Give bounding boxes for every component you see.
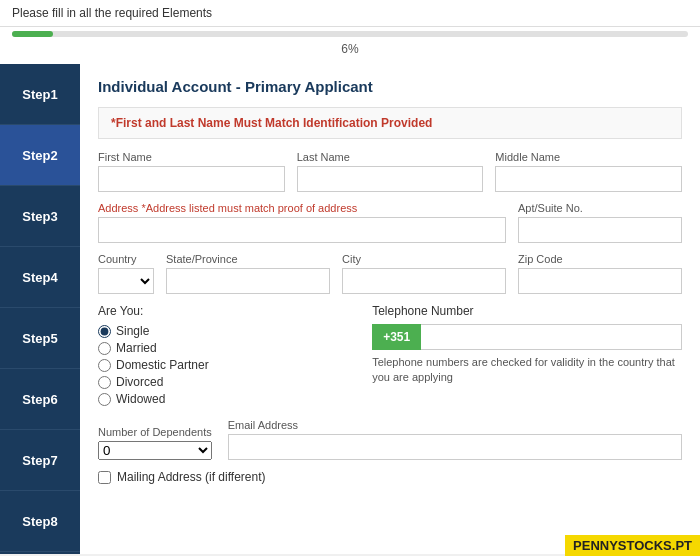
status-telephone-section: Are You: Single Married Domestic Partner…: [98, 304, 682, 409]
dependents-email-row: Number of Dependents 0 1 2 3 Email Addre…: [98, 419, 682, 460]
notice-box: *First and Last Name Must Match Identifi…: [98, 107, 682, 139]
first-name-input[interactable]: [98, 166, 285, 192]
apt-suite-label: Apt/Suite No.: [518, 202, 682, 214]
sidebar-item-step1-label: Step1: [22, 87, 57, 102]
radio-domestic-partner: Domestic Partner: [98, 358, 356, 372]
content-area: Individual Account - Primary Applicant *…: [80, 64, 700, 554]
address-label: Address *Address listed must match proof…: [98, 202, 506, 214]
sidebar-item-step6[interactable]: Step6: [0, 369, 80, 430]
state-input[interactable]: [166, 268, 330, 294]
telephone-input[interactable]: [421, 324, 682, 350]
section-title: Individual Account - Primary Applicant: [98, 78, 682, 95]
address-group: Address *Address listed must match proof…: [98, 202, 506, 243]
last-name-group: Last Name: [297, 151, 484, 192]
are-you-label: Are You:: [98, 304, 356, 318]
dependents-label: Number of Dependents: [98, 426, 212, 438]
radio-married: Married: [98, 341, 356, 355]
location-row: Country State/Province City Zip Code: [98, 253, 682, 294]
sidebar-item-step2-label: Step2: [22, 148, 57, 163]
radio-married-input[interactable]: [98, 342, 111, 355]
sidebar-item-step8-label: Step8: [22, 514, 57, 529]
address-input[interactable]: [98, 217, 506, 243]
progress-area: 6%: [0, 27, 700, 64]
state-label: State/Province: [166, 253, 330, 265]
address-row: Address *Address listed must match proof…: [98, 202, 682, 243]
sidebar-item-step5[interactable]: Step5: [0, 308, 80, 369]
radio-single: Single: [98, 324, 356, 338]
sidebar-item-step7[interactable]: Step7: [0, 430, 80, 491]
dependents-group: Number of Dependents 0 1 2 3: [98, 426, 212, 460]
middle-name-group: Middle Name: [495, 151, 682, 192]
notice-text: *First and Last Name Must Match Identifi…: [111, 116, 432, 130]
name-row: First Name Last Name Middle Name: [98, 151, 682, 192]
middle-name-input[interactable]: [495, 166, 682, 192]
radio-single-input[interactable]: [98, 325, 111, 338]
apt-suite-input[interactable]: [518, 217, 682, 243]
radio-divorced: Divorced: [98, 375, 356, 389]
first-name-label: First Name: [98, 151, 285, 163]
tel-input-row: +351: [372, 324, 682, 350]
radio-widowed-label: Widowed: [116, 392, 165, 406]
top-bar: Please fill in all the required Elements: [0, 0, 700, 27]
main-layout: Step1 Step2 Step3 Step4 Step5 Step6 Step…: [0, 64, 700, 554]
top-bar-message: Please fill in all the required Elements: [12, 6, 212, 20]
telephone-label: Telephone Number: [372, 304, 682, 318]
address-notice: *Address listed must match proof of addr…: [141, 202, 357, 214]
radio-domestic-label: Domestic Partner: [116, 358, 209, 372]
city-label: City: [342, 253, 506, 265]
country-label: Country: [98, 253, 154, 265]
progress-label: 6%: [341, 42, 358, 56]
radio-widowed-input[interactable]: [98, 393, 111, 406]
sidebar-item-step5-label: Step5: [22, 331, 57, 346]
progress-fill: [12, 31, 53, 37]
progress-track: [12, 31, 688, 37]
last-name-input[interactable]: [297, 166, 484, 192]
email-label: Email Address: [228, 419, 682, 431]
are-you-section: Are You: Single Married Domestic Partner…: [98, 304, 356, 409]
sidebar-item-step4[interactable]: Step4: [0, 247, 80, 308]
telephone-section: Telephone Number +351 Telephone numbers …: [372, 304, 682, 409]
sidebar-item-step8[interactable]: Step8: [0, 491, 80, 552]
country-group: Country: [98, 253, 154, 294]
sidebar-item-step4-label: Step4: [22, 270, 57, 285]
radio-single-label: Single: [116, 324, 149, 338]
mailing-label: Mailing Address (if different): [117, 470, 266, 484]
sidebar-item-step3-label: Step3: [22, 209, 57, 224]
mailing-row: Mailing Address (if different): [98, 470, 682, 484]
sidebar-item-step3[interactable]: Step3: [0, 186, 80, 247]
dependents-select[interactable]: 0 1 2 3: [98, 441, 212, 460]
radio-widowed: Widowed: [98, 392, 356, 406]
city-input[interactable]: [342, 268, 506, 294]
radio-married-label: Married: [116, 341, 157, 355]
country-select[interactable]: [98, 268, 154, 294]
apt-suite-group: Apt/Suite No.: [518, 202, 682, 243]
email-group: Email Address: [228, 419, 682, 460]
sidebar-item-step6-label: Step6: [22, 392, 57, 407]
last-name-label: Last Name: [297, 151, 484, 163]
state-group: State/Province: [166, 253, 330, 294]
tel-note: Telephone numbers are checked for validi…: [372, 355, 682, 386]
radio-divorced-label: Divorced: [116, 375, 163, 389]
watermark: PENNYSTOCKS.PT: [565, 535, 700, 556]
city-group: City: [342, 253, 506, 294]
zip-input[interactable]: [518, 268, 682, 294]
sidebar-item-step1[interactable]: Step1: [0, 64, 80, 125]
zip-label: Zip Code: [518, 253, 682, 265]
watermark-text: PENNYSTOCKS.PT: [573, 538, 692, 553]
radio-divorced-input[interactable]: [98, 376, 111, 389]
sidebar-item-step2[interactable]: Step2: [0, 125, 80, 186]
radio-domestic-input[interactable]: [98, 359, 111, 372]
zip-group: Zip Code: [518, 253, 682, 294]
middle-name-label: Middle Name: [495, 151, 682, 163]
sidebar: Step1 Step2 Step3 Step4 Step5 Step6 Step…: [0, 64, 80, 554]
sidebar-item-step7-label: Step7: [22, 453, 57, 468]
tel-country-code: +351: [372, 324, 421, 350]
first-name-group: First Name: [98, 151, 285, 192]
email-input[interactable]: [228, 434, 682, 460]
mailing-checkbox[interactable]: [98, 471, 111, 484]
